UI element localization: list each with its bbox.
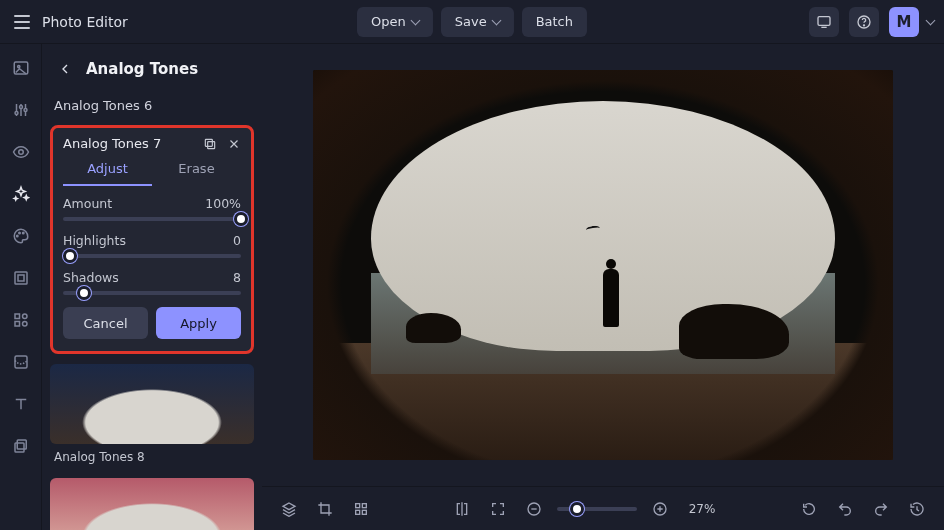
- tool-palette-icon[interactable]: [7, 222, 35, 250]
- user-avatar[interactable]: M: [889, 7, 919, 37]
- slider-thumb[interactable]: [570, 502, 584, 516]
- help-icon[interactable]: [849, 7, 879, 37]
- shadows-track[interactable]: [63, 291, 241, 295]
- side-panel: Analog Tones Analog Tones 6 Analog Tones…: [42, 44, 262, 530]
- highlights-value: 0: [233, 233, 241, 248]
- svg-rect-14: [15, 314, 20, 319]
- svg-rect-21: [208, 141, 215, 148]
- svg-point-6: [19, 106, 22, 109]
- hamburger-menu-icon[interactable]: [10, 10, 34, 34]
- slider-thumb[interactable]: [63, 249, 77, 263]
- tab-adjust[interactable]: Adjust: [63, 157, 152, 186]
- svg-point-5: [15, 112, 18, 115]
- batch-label: Batch: [536, 14, 573, 29]
- tool-strip: [0, 44, 42, 530]
- undo-icon[interactable]: [832, 496, 858, 522]
- svg-rect-18: [15, 356, 27, 368]
- tool-image-icon[interactable]: [7, 54, 35, 82]
- bottom-bar: 27%: [262, 486, 944, 530]
- save-button[interactable]: Save: [441, 7, 514, 37]
- preset-thumb-9[interactable]: [50, 478, 254, 530]
- svg-rect-0: [818, 16, 830, 25]
- slider-highlights: Highlights0: [63, 233, 241, 258]
- svg-point-11: [22, 232, 24, 234]
- shadows-value: 8: [233, 270, 241, 285]
- svg-point-17: [22, 322, 27, 327]
- feedback-icon[interactable]: [809, 7, 839, 37]
- chevron-down-icon: [491, 15, 501, 25]
- save-label: Save: [455, 14, 487, 29]
- zoom-out-icon[interactable]: [521, 496, 547, 522]
- open-button[interactable]: Open: [357, 7, 433, 37]
- tool-effects-icon[interactable]: [7, 180, 35, 208]
- svg-rect-26: [362, 510, 366, 514]
- panel-header: Analog Tones: [42, 58, 262, 90]
- slider-shadows: Shadows8: [63, 270, 241, 295]
- apply-button[interactable]: Apply: [156, 307, 241, 339]
- main-area: Analog Tones Analog Tones 6 Analog Tones…: [0, 44, 944, 530]
- canvas-wrap: 27%: [262, 44, 944, 530]
- open-label: Open: [371, 14, 406, 29]
- redo-icon[interactable]: [868, 496, 894, 522]
- copy-icon[interactable]: [203, 137, 217, 151]
- top-right: M: [809, 7, 934, 37]
- svg-point-9: [16, 235, 18, 237]
- svg-point-8: [18, 150, 23, 155]
- tool-frame-icon[interactable]: [7, 264, 35, 292]
- card-tabs: Adjust Erase: [63, 157, 241, 186]
- image-preview: [313, 70, 893, 460]
- history-icon[interactable]: [904, 496, 930, 522]
- top-center-buttons: Open Save Batch: [357, 7, 587, 37]
- canvas-area[interactable]: [262, 44, 944, 486]
- svg-rect-24: [362, 503, 366, 507]
- highlights-label: Highlights: [63, 233, 126, 248]
- app-title: Photo Editor: [42, 14, 128, 30]
- preset-prev[interactable]: Analog Tones 6: [42, 90, 262, 121]
- zoom-in-icon[interactable]: [647, 496, 673, 522]
- tool-retouch-icon[interactable]: [7, 348, 35, 376]
- layers-icon[interactable]: [276, 496, 302, 522]
- zoom-value[interactable]: 27%: [683, 502, 722, 516]
- amount-value: 100%: [205, 196, 241, 211]
- slider-thumb[interactable]: [77, 286, 91, 300]
- panel-title: Analog Tones: [86, 60, 198, 78]
- grid-icon[interactable]: [348, 496, 374, 522]
- back-arrow-icon[interactable]: [54, 58, 76, 80]
- svg-point-2: [863, 24, 864, 25]
- chevron-down-icon: [410, 15, 420, 25]
- batch-button[interactable]: Batch: [522, 7, 587, 37]
- zoom-track[interactable]: [557, 507, 637, 511]
- svg-rect-20: [15, 443, 24, 452]
- tool-elements-icon[interactable]: [7, 306, 35, 334]
- svg-rect-22: [205, 139, 212, 146]
- svg-rect-19: [17, 440, 26, 449]
- preset-thumb-8[interactable]: [50, 364, 254, 444]
- crop-icon[interactable]: [312, 496, 338, 522]
- rotate-icon[interactable]: [796, 496, 822, 522]
- fit-screen-icon[interactable]: [485, 496, 511, 522]
- svg-point-4: [17, 65, 19, 67]
- tool-text-icon[interactable]: [7, 390, 35, 418]
- slider-thumb[interactable]: [234, 212, 248, 226]
- amount-track[interactable]: [63, 217, 241, 221]
- cancel-button[interactable]: Cancel: [63, 307, 148, 339]
- compare-icon[interactable]: [449, 496, 475, 522]
- highlights-track[interactable]: [63, 254, 241, 258]
- shadows-label: Shadows: [63, 270, 119, 285]
- tab-erase[interactable]: Erase: [152, 157, 241, 186]
- svg-rect-25: [356, 510, 360, 514]
- svg-point-15: [22, 314, 27, 319]
- tool-layers-icon[interactable]: [7, 432, 35, 460]
- svg-rect-12: [15, 272, 27, 284]
- card-buttons: Cancel Apply: [63, 307, 241, 339]
- svg-point-10: [18, 232, 20, 234]
- top-bar: Photo Editor Open Save Batch M: [0, 0, 944, 44]
- chevron-down-icon[interactable]: [926, 15, 936, 25]
- tool-adjust-icon[interactable]: [7, 96, 35, 124]
- card-title: Analog Tones 7: [63, 136, 195, 151]
- close-icon[interactable]: [227, 137, 241, 151]
- svg-rect-23: [356, 503, 360, 507]
- card-header: Analog Tones 7: [63, 136, 241, 151]
- tool-eye-icon[interactable]: [7, 138, 35, 166]
- svg-rect-16: [15, 322, 20, 327]
